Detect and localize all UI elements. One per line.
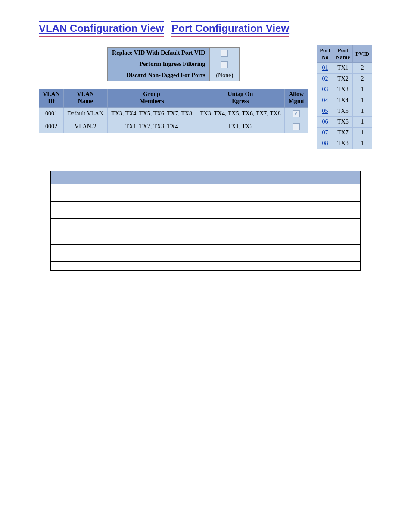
port-no-link[interactable]: 08 [317, 138, 333, 149]
port-pvid: 1 [353, 117, 372, 128]
blank-cell [51, 262, 81, 271]
blank-cell [124, 184, 193, 193]
port-header: PVID [353, 45, 372, 63]
blank-cell [81, 262, 124, 271]
vlan-name: VLAN-2 [63, 120, 107, 133]
vlan-members: TX1, TX2, TX3, TX4 [107, 120, 196, 133]
blank-cell [193, 262, 240, 271]
port-name: TX1 [333, 63, 353, 74]
vlan-allow-mgmt-checkbox-1[interactable] [293, 123, 300, 130]
vlan-id: 0001 [39, 107, 64, 120]
port-row: 04TX41 [317, 95, 372, 106]
port-no-link[interactable]: 05 [317, 106, 333, 117]
blank-cell [51, 210, 81, 219]
blank-cell [193, 184, 240, 193]
settings-value[interactable] [210, 48, 240, 59]
blank-cell [124, 236, 193, 245]
port-no-link[interactable]: 01 [317, 63, 333, 74]
port-name: TX7 [333, 128, 353, 138]
vlan-members: TX3, TX4, TX5, TX6, TX7, TX8 [107, 107, 196, 120]
blank-header-cell [193, 171, 240, 184]
vlan-row: 0001Default VLANTX3, TX4, TX5, TX6, TX7,… [39, 107, 308, 120]
port-row: 06TX61 [317, 117, 372, 128]
blank-cell [51, 184, 81, 193]
port-no-link[interactable]: 04 [317, 95, 333, 106]
blank-cell [51, 219, 81, 227]
blank-cell [240, 262, 361, 271]
port-header: PortNo [317, 45, 333, 63]
port-name: TX2 [333, 74, 353, 84]
blank-cell [81, 210, 124, 219]
port-header: PortName [333, 45, 353, 63]
vlan-header: Untag OnEgress [196, 89, 285, 107]
port-pvid: 2 [353, 63, 372, 74]
blank-cell [240, 193, 361, 202]
blank-cell [124, 262, 193, 271]
blank-cell [193, 202, 240, 210]
blank-cell [81, 202, 124, 210]
vlan-header: GroupMembers [107, 89, 196, 107]
blank-cell [240, 253, 361, 262]
blank-row [51, 253, 361, 262]
vlan-header: AllowMgmt [285, 89, 308, 107]
vlan-id: 0002 [39, 120, 64, 133]
vlan-untag: TX1, TX2 [196, 120, 285, 133]
settings-value[interactable] [210, 59, 240, 70]
settings-checkbox-0[interactable] [221, 50, 228, 57]
blank-cell [193, 210, 240, 219]
blank-cell [51, 236, 81, 245]
blank-cell [124, 210, 193, 219]
blank-cell [193, 236, 240, 245]
blank-row [51, 245, 361, 253]
blank-cell [81, 245, 124, 253]
vlan-allow-mgmt[interactable] [285, 120, 308, 133]
settings-checkbox-1[interactable] [221, 61, 228, 68]
vlan-header: VLANName [63, 89, 107, 107]
port-no-link[interactable]: 06 [317, 117, 333, 128]
blank-cell [124, 245, 193, 253]
vlan-table: VLANIDVLANNameGroupMembersUntag OnEgress… [39, 89, 308, 134]
blank-header-cell [240, 171, 361, 184]
blank-cell [81, 184, 124, 193]
port-no-link[interactable]: 03 [317, 84, 333, 95]
port-table: PortNoPortNamePVID 01TX1202TX2203TX3104T… [317, 45, 372, 149]
blank-row [51, 202, 361, 210]
blank-header-cell [124, 171, 193, 184]
blank-cell [193, 227, 240, 236]
settings-row: Perform Ingress Filtering [108, 59, 240, 70]
port-row: 02TX22 [317, 74, 372, 84]
blank-cell [124, 253, 193, 262]
blank-cell [51, 253, 81, 262]
blank-row [51, 184, 361, 193]
settings-row: Discard Non-Tagged For Ports(None) [108, 70, 240, 81]
port-pvid: 1 [353, 106, 372, 117]
port-row: 01TX12 [317, 63, 372, 74]
blank-cell [124, 202, 193, 210]
blank-cell [240, 202, 361, 210]
blank-cell [240, 245, 361, 253]
blank-cell [81, 227, 124, 236]
port-pvid: 1 [353, 138, 372, 149]
vlan-allow-mgmt-checkbox-0[interactable] [293, 110, 300, 117]
settings-label: Replace VID With Default Port VID [108, 48, 210, 59]
blank-cell [51, 227, 81, 236]
port-no-link[interactable]: 07 [317, 128, 333, 138]
vlan-row: 0002VLAN-2TX1, TX2, TX3, TX4TX1, TX2 [39, 120, 308, 133]
blank-cell [193, 219, 240, 227]
port-pvid: 1 [353, 128, 372, 138]
port-name: TX3 [333, 84, 353, 95]
blank-cell [81, 193, 124, 202]
port-row: 08TX81 [317, 138, 372, 149]
port-no-link[interactable]: 02 [317, 74, 333, 84]
link-vlan-config-view[interactable]: VLAN Configuration View [39, 21, 164, 37]
link-port-config-view[interactable]: Port Configuration View [171, 21, 289, 37]
blank-cell [193, 253, 240, 262]
blank-cell [81, 236, 124, 245]
port-row: 07TX71 [317, 128, 372, 138]
blank-header-cell [51, 171, 81, 184]
vlan-allow-mgmt[interactable] [285, 107, 308, 120]
port-name: TX8 [333, 138, 353, 149]
artefact-dash: – [86, 26, 90, 34]
blank-cell [124, 193, 193, 202]
blank-row [51, 193, 361, 202]
